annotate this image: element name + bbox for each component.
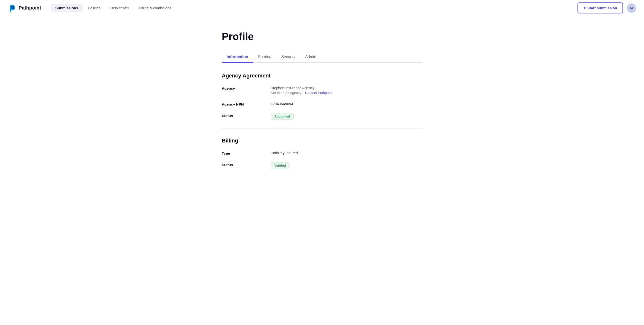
billing-type-row: Type PathPay Insured — [222, 151, 422, 155]
agency-agreement-title: Agency Agreement — [222, 73, 422, 79]
logo-icon — [8, 4, 17, 12]
agency-status-badge: Appointed — [271, 113, 294, 120]
agency-agreement-section: Agency Agreement Agency Stephen Insuranc… — [222, 73, 422, 120]
start-submission-button[interactable]: + Start submission — [578, 2, 623, 13]
billing-type-value: PathPay Insured — [271, 151, 298, 155]
nav-links: Submissions Policies Help center Billing… — [51, 4, 578, 12]
page-title: Profile — [222, 31, 422, 42]
agency-status-label: Status — [222, 113, 271, 118]
section-divider — [222, 129, 422, 129]
nav-submissions[interactable]: Submissions — [51, 4, 82, 12]
plus-icon: + — [583, 5, 586, 10]
navbar: Pathpoint Submissions Policies Help cent… — [0, 0, 644, 16]
billing-status-row: Status Verified — [222, 162, 422, 169]
billing-type-label: Type — [222, 151, 271, 155]
nav-help-center[interactable]: Help center — [106, 4, 134, 12]
agency-row: Agency Stephen Insurance Agency Not the … — [222, 86, 422, 95]
tab-information[interactable]: Information — [222, 52, 253, 63]
contact-pathpoint-link[interactable]: Contact Pathpoint — [305, 91, 332, 95]
start-submission-label: Start submission — [587, 6, 617, 10]
billing-title: Billing — [222, 138, 422, 144]
main-content: Profile Information Sharing Security Adm… — [212, 16, 432, 195]
billing-status-label: Status — [222, 162, 271, 167]
npn-row: Agency NPN 12343545654 — [222, 102, 422, 106]
tab-sharing[interactable]: Sharing — [253, 52, 276, 63]
logo-text: Pathpoint — [18, 5, 41, 11]
billing-status-badge: Verified — [271, 162, 290, 169]
agency-npn-label: Agency NPN — [222, 102, 271, 106]
agency-value: Stephen Insurance Agency Not the right a… — [271, 86, 332, 95]
tab-security[interactable]: Security — [276, 52, 300, 63]
agency-status-row: Status Appointed — [222, 113, 422, 120]
nav-right: + Start submission M — [578, 2, 636, 13]
agency-label: Agency — [222, 86, 271, 90]
tabs: Information Sharing Security Admin — [222, 51, 422, 63]
agency-subtext: Not the right agency? Contact Pathpoint — [271, 91, 332, 95]
agency-npn-value: 12343545654 — [271, 102, 293, 106]
tab-admin[interactable]: Admin — [300, 52, 321, 63]
agency-sub-label: Not the right agency? — [271, 91, 303, 95]
nav-billing[interactable]: Billing & comissions — [134, 4, 176, 12]
agency-name: Stephen Insurance Agency — [271, 86, 314, 90]
nav-policies[interactable]: Policies — [84, 4, 105, 12]
logo-link[interactable]: Pathpoint — [8, 4, 41, 12]
avatar[interactable]: M — [627, 3, 636, 13]
billing-section: Billing Type PathPay Insured Status Veri… — [222, 138, 422, 169]
